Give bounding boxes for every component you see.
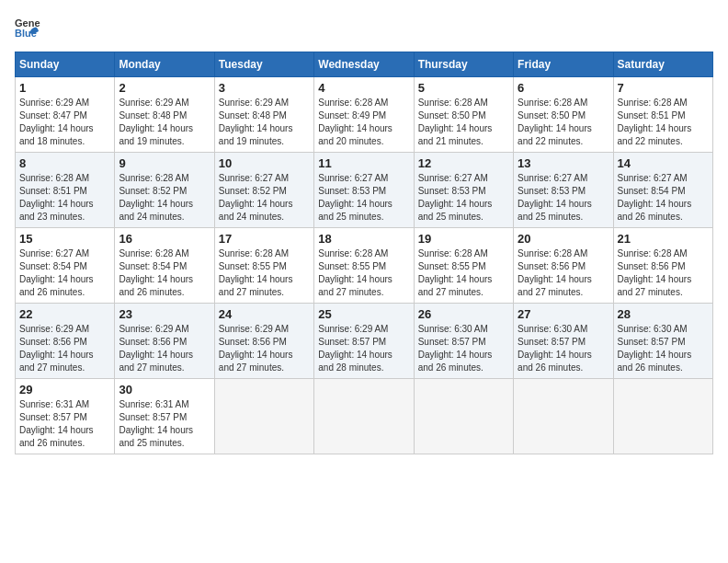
calendar-cell: 1 Sunrise: 6:29 AM Sunset: 8:47 PM Dayli… (16, 77, 115, 153)
day-header-wednesday: Wednesday (314, 52, 414, 77)
day-info: Sunrise: 6:29 AM Sunset: 8:56 PM Dayligh… (19, 323, 110, 374)
logo-icon: General Blue (15, 15, 40, 40)
day-number: 14 (618, 156, 709, 170)
day-number: 21 (618, 232, 709, 246)
calendar-cell: 11 Sunrise: 6:27 AM Sunset: 8:53 PM Dayl… (314, 153, 414, 228)
calendar-cell: 21 Sunrise: 6:28 AM Sunset: 8:56 PM Dayl… (613, 228, 712, 304)
day-number: 29 (19, 383, 110, 396)
day-number: 13 (518, 156, 609, 170)
day-number: 17 (219, 232, 310, 246)
day-header-friday: Friday (514, 52, 613, 77)
day-number: 27 (518, 307, 609, 321)
calendar-cell (214, 379, 313, 454)
day-info: Sunrise: 6:27 AM Sunset: 8:54 PM Dayligh… (618, 172, 709, 224)
calendar-cell: 13 Sunrise: 6:27 AM Sunset: 8:53 PM Dayl… (514, 153, 613, 228)
day-info: Sunrise: 6:30 AM Sunset: 8:57 PM Dayligh… (618, 323, 709, 374)
day-info: Sunrise: 6:27 AM Sunset: 8:54 PM Dayligh… (19, 247, 110, 299)
day-info: Sunrise: 6:28 AM Sunset: 8:49 PM Dayligh… (318, 97, 409, 148)
calendar-cell: 25 Sunrise: 6:29 AM Sunset: 8:57 PM Dayl… (314, 304, 414, 379)
day-info: Sunrise: 6:27 AM Sunset: 8:53 PM Dayligh… (318, 172, 409, 224)
calendar-cell: 15 Sunrise: 6:27 AM Sunset: 8:54 PM Dayl… (16, 228, 115, 304)
calendar-cell (514, 379, 613, 454)
calendar-cell: 6 Sunrise: 6:28 AM Sunset: 8:50 PM Dayli… (514, 77, 613, 153)
calendar-cell: 2 Sunrise: 6:29 AM Sunset: 8:48 PM Dayli… (115, 77, 214, 153)
day-header-sunday: Sunday (16, 52, 115, 77)
day-number: 23 (119, 307, 210, 321)
day-number: 12 (418, 156, 509, 170)
day-info: Sunrise: 6:28 AM Sunset: 8:54 PM Dayligh… (119, 247, 210, 299)
day-info: Sunrise: 6:27 AM Sunset: 8:53 PM Dayligh… (418, 172, 509, 224)
calendar-cell: 8 Sunrise: 6:28 AM Sunset: 8:51 PM Dayli… (16, 153, 115, 228)
calendar-cell: 19 Sunrise: 6:28 AM Sunset: 8:55 PM Dayl… (414, 228, 513, 304)
day-number: 18 (318, 232, 409, 246)
calendar-cell: 14 Sunrise: 6:27 AM Sunset: 8:54 PM Dayl… (613, 153, 712, 228)
day-number: 7 (618, 81, 709, 95)
calendar-cell: 30 Sunrise: 6:31 AM Sunset: 8:57 PM Dayl… (115, 379, 214, 454)
day-info: Sunrise: 6:29 AM Sunset: 8:48 PM Dayligh… (219, 97, 310, 148)
day-number: 22 (19, 307, 110, 321)
day-info: Sunrise: 6:28 AM Sunset: 8:56 PM Dayligh… (518, 247, 609, 299)
day-info: Sunrise: 6:28 AM Sunset: 8:55 PM Dayligh… (219, 247, 310, 299)
day-number: 26 (418, 307, 509, 321)
calendar-cell: 26 Sunrise: 6:30 AM Sunset: 8:57 PM Dayl… (414, 304, 513, 379)
day-info: Sunrise: 6:28 AM Sunset: 8:51 PM Dayligh… (618, 97, 709, 148)
day-info: Sunrise: 6:28 AM Sunset: 8:55 PM Dayligh… (418, 247, 509, 299)
calendar-cell: 9 Sunrise: 6:28 AM Sunset: 8:52 PM Dayli… (115, 153, 214, 228)
calendar-cell: 22 Sunrise: 6:29 AM Sunset: 8:56 PM Dayl… (16, 304, 115, 379)
svg-text:Blue: Blue (15, 28, 37, 39)
day-info: Sunrise: 6:28 AM Sunset: 8:50 PM Dayligh… (418, 97, 509, 148)
day-number: 20 (518, 232, 609, 246)
day-info: Sunrise: 6:27 AM Sunset: 8:52 PM Dayligh… (219, 172, 310, 224)
calendar-cell (613, 379, 712, 454)
day-info: Sunrise: 6:29 AM Sunset: 8:48 PM Dayligh… (119, 97, 210, 148)
day-number: 28 (618, 307, 709, 321)
day-number: 30 (119, 383, 210, 396)
day-info: Sunrise: 6:29 AM Sunset: 8:56 PM Dayligh… (119, 323, 210, 374)
day-number: 16 (119, 232, 210, 246)
day-info: Sunrise: 6:29 AM Sunset: 8:47 PM Dayligh… (19, 97, 110, 148)
calendar-cell: 16 Sunrise: 6:28 AM Sunset: 8:54 PM Dayl… (115, 228, 214, 304)
calendar-cell: 18 Sunrise: 6:28 AM Sunset: 8:55 PM Dayl… (314, 228, 414, 304)
calendar-cell: 10 Sunrise: 6:27 AM Sunset: 8:52 PM Dayl… (214, 153, 313, 228)
day-info: Sunrise: 6:28 AM Sunset: 8:51 PM Dayligh… (19, 172, 110, 224)
day-info: Sunrise: 6:29 AM Sunset: 8:57 PM Dayligh… (318, 323, 409, 374)
day-number: 9 (119, 156, 210, 170)
calendar-cell (314, 379, 414, 454)
calendar-cell: 28 Sunrise: 6:30 AM Sunset: 8:57 PM Dayl… (613, 304, 712, 379)
day-header-thursday: Thursday (414, 52, 513, 77)
day-number: 25 (318, 307, 409, 321)
calendar-cell: 20 Sunrise: 6:28 AM Sunset: 8:56 PM Dayl… (514, 228, 613, 304)
calendar-cell: 23 Sunrise: 6:29 AM Sunset: 8:56 PM Dayl… (115, 304, 214, 379)
day-info: Sunrise: 6:30 AM Sunset: 8:57 PM Dayligh… (518, 323, 609, 374)
day-number: 11 (318, 156, 409, 170)
calendar-cell (414, 379, 513, 454)
day-number: 10 (219, 156, 310, 170)
day-info: Sunrise: 6:28 AM Sunset: 8:50 PM Dayligh… (518, 97, 609, 148)
day-info: Sunrise: 6:31 AM Sunset: 8:57 PM Dayligh… (19, 398, 110, 450)
calendar-table: SundayMondayTuesdayWednesdayThursdayFrid… (15, 52, 713, 454)
calendar-cell: 5 Sunrise: 6:28 AM Sunset: 8:50 PM Dayli… (414, 77, 513, 153)
day-info: Sunrise: 6:28 AM Sunset: 8:52 PM Dayligh… (119, 172, 210, 224)
day-number: 8 (19, 156, 110, 170)
page-container: General Blue SundayMondayTuesdayWednesda… (15, 15, 713, 454)
day-number: 24 (219, 307, 310, 321)
day-info: Sunrise: 6:29 AM Sunset: 8:56 PM Dayligh… (219, 323, 310, 374)
day-number: 5 (418, 81, 509, 95)
day-header-monday: Monday (115, 52, 214, 77)
day-header-saturday: Saturday (613, 52, 712, 77)
day-number: 15 (19, 232, 110, 246)
logo: General Blue (15, 15, 40, 40)
day-number: 19 (418, 232, 509, 246)
day-number: 4 (318, 81, 409, 95)
day-info: Sunrise: 6:31 AM Sunset: 8:57 PM Dayligh… (119, 398, 210, 450)
header: General Blue (15, 15, 713, 40)
calendar-cell: 17 Sunrise: 6:28 AM Sunset: 8:55 PM Dayl… (214, 228, 313, 304)
day-info: Sunrise: 6:28 AM Sunset: 8:55 PM Dayligh… (318, 247, 409, 299)
day-number: 3 (219, 81, 310, 95)
day-number: 6 (518, 81, 609, 95)
calendar-cell: 4 Sunrise: 6:28 AM Sunset: 8:49 PM Dayli… (314, 77, 414, 153)
day-number: 2 (119, 81, 210, 95)
day-info: Sunrise: 6:30 AM Sunset: 8:57 PM Dayligh… (418, 323, 509, 374)
calendar-cell: 24 Sunrise: 6:29 AM Sunset: 8:56 PM Dayl… (214, 304, 313, 379)
day-header-tuesday: Tuesday (214, 52, 313, 77)
